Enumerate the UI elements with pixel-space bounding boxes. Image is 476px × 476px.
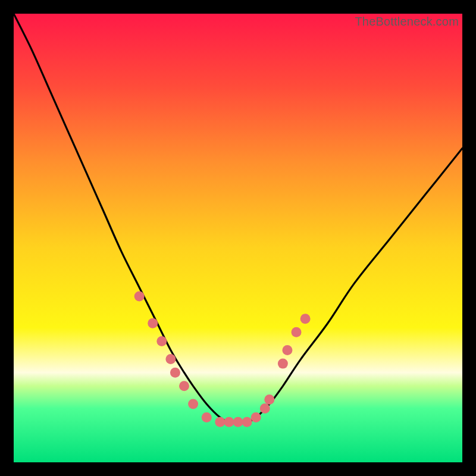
gradient-background <box>14 14 462 462</box>
marker-dot <box>242 417 252 427</box>
marker-dot <box>224 417 234 427</box>
marker-dot <box>134 292 145 302</box>
marker-dot <box>264 394 274 405</box>
marker-dot <box>233 417 243 427</box>
bottleneck-chart <box>14 14 462 462</box>
marker-dot <box>170 368 180 378</box>
chart-frame: TheBottleneck.com <box>14 14 462 462</box>
marker-dot <box>282 345 292 355</box>
marker-dot <box>179 381 189 391</box>
marker-dot <box>251 412 261 422</box>
marker-dot <box>165 354 176 364</box>
marker-dot <box>292 327 302 337</box>
marker-dot <box>202 412 212 422</box>
marker-dot <box>156 336 167 346</box>
marker-dot <box>278 359 288 369</box>
marker-dot <box>300 314 311 324</box>
marker-dot <box>260 403 270 414</box>
marker-dot <box>148 318 158 328</box>
marker-dot <box>188 399 198 409</box>
marker-dot <box>215 417 225 427</box>
watermark-text: TheBottleneck.com <box>355 15 459 29</box>
